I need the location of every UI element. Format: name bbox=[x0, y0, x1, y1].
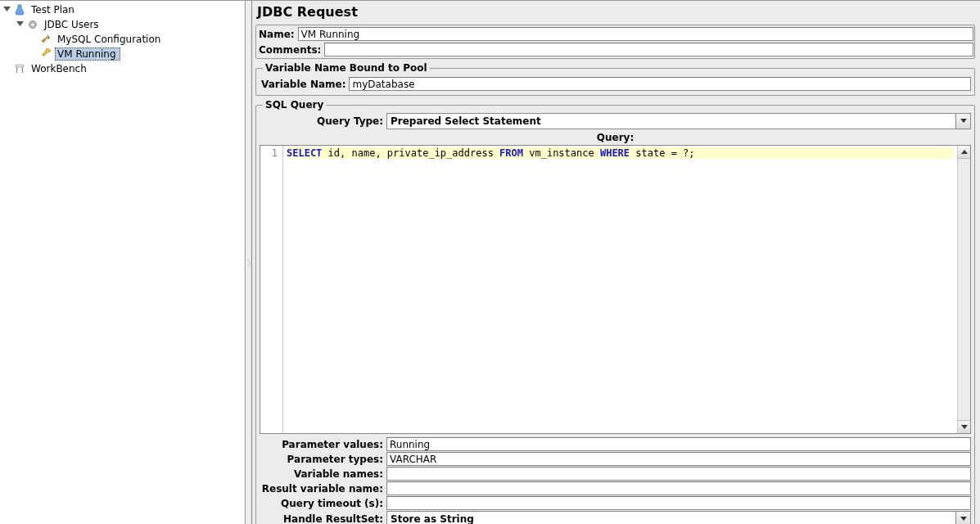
param-values-label: Parameter values: bbox=[260, 439, 386, 450]
var-name-label: Variable Name: bbox=[260, 79, 349, 90]
timeout-label: Query timeout (s): bbox=[260, 498, 386, 509]
tree-label: VM Running bbox=[55, 47, 120, 61]
comments-label: Comments: bbox=[257, 44, 324, 56]
svg-rect-0 bbox=[18, 5, 21, 6]
tree-pane: Test Plan JDBC Users MySQL Configuration bbox=[0, 1, 246, 524]
result-var-label: Result variable name: bbox=[260, 483, 386, 495]
tree-label: MySQL Configuration bbox=[55, 33, 165, 46]
pipette-icon bbox=[39, 47, 52, 61]
scroll-up-icon[interactable] bbox=[958, 146, 970, 159]
tree-item-jdbc-users[interactable]: JDBC Users bbox=[3, 17, 245, 32]
gear-icon bbox=[26, 18, 39, 31]
flask-icon bbox=[13, 3, 26, 16]
comments-row: Comments: bbox=[257, 42, 973, 57]
tree-item-test-plan[interactable]: Test Plan bbox=[3, 2, 245, 17]
tree-label: Test Plan bbox=[29, 3, 79, 16]
wrench-icon bbox=[39, 33, 52, 46]
scroll-down-icon[interactable] bbox=[958, 420, 970, 433]
query-type-combo[interactable]: Prepared Select Statement bbox=[386, 113, 971, 129]
tree-label: WorkBench bbox=[29, 62, 91, 75]
var-name-input[interactable] bbox=[349, 77, 971, 91]
handle-rs-combo[interactable]: Store as String bbox=[386, 511, 971, 524]
tree-item-vm-running[interactable]: VM Running bbox=[3, 47, 245, 61]
var-name-row: Variable Name: bbox=[260, 76, 971, 92]
handle-rs-label: Handle ResultSet: bbox=[260, 513, 386, 524]
var-names-label: Variable names: bbox=[260, 468, 386, 480]
split-handle[interactable] bbox=[246, 1, 252, 524]
handle-rs-value: Store as String bbox=[386, 511, 956, 524]
param-values-input[interactable] bbox=[386, 437, 971, 451]
param-types-label: Parameter types: bbox=[260, 454, 386, 465]
app-root: Test Plan JDBC Users MySQL Configuration bbox=[0, 0, 980, 524]
result-var-input[interactable] bbox=[386, 481, 971, 495]
name-label: Name: bbox=[257, 29, 298, 40]
vertical-scrollbar[interactable] bbox=[957, 146, 970, 433]
param-types-input[interactable] bbox=[386, 452, 971, 466]
name-input[interactable] bbox=[298, 27, 973, 41]
svg-point-2 bbox=[31, 23, 34, 25]
top-fields: Name: Comments: bbox=[255, 25, 975, 59]
query-type-value: Prepared Select Statement bbox=[386, 113, 956, 129]
pool-group: Variable Name Bound to Pool Variable Nam… bbox=[255, 62, 975, 96]
timeout-input[interactable] bbox=[386, 496, 971, 510]
query-area: Query: 1 SELECT id, name, private_ip_add… bbox=[260, 131, 971, 434]
editor-gutter: 1 bbox=[260, 146, 283, 433]
tree-item-mysql-conf[interactable]: MySQL Configuration bbox=[3, 32, 245, 47]
tree-toggle-icon[interactable] bbox=[3, 7, 11, 14]
tree-item-workbench[interactable]: WorkBench bbox=[3, 61, 245, 76]
svg-rect-5 bbox=[22, 67, 23, 73]
sql-fields: Parameter values: Parameter types: Varia… bbox=[260, 437, 971, 524]
name-row: Name: bbox=[257, 26, 973, 42]
dropdown-icon[interactable] bbox=[956, 113, 971, 129]
dropdown-icon[interactable] bbox=[956, 511, 971, 524]
main-pane: JDBC Request Name: Comments: Variable Na… bbox=[252, 1, 980, 524]
sql-legend: SQL Query bbox=[263, 99, 326, 111]
var-names-input[interactable] bbox=[386, 467, 971, 481]
tree-toggle-icon[interactable] bbox=[16, 21, 24, 29]
pool-legend: Variable Name Bound to Pool bbox=[263, 62, 430, 74]
sql-group: SQL Query Query Type: Prepared Select St… bbox=[255, 99, 975, 524]
query-type-row: Query Type: Prepared Select Statement bbox=[260, 113, 971, 129]
svg-rect-4 bbox=[16, 67, 17, 73]
panel-title: JDBC Request bbox=[255, 2, 975, 25]
comments-input[interactable] bbox=[324, 43, 973, 56]
query-type-label: Query Type: bbox=[260, 115, 386, 127]
svg-rect-3 bbox=[16, 65, 24, 67]
workbench-icon bbox=[13, 62, 26, 75]
sql-code[interactable]: SELECT id, name, private_ip_address FROM… bbox=[283, 146, 957, 433]
query-header: Query: bbox=[260, 131, 971, 145]
sql-editor[interactable]: 1 SELECT id, name, private_ip_address FR… bbox=[260, 145, 971, 434]
tree-label: JDBC Users bbox=[42, 18, 103, 31]
